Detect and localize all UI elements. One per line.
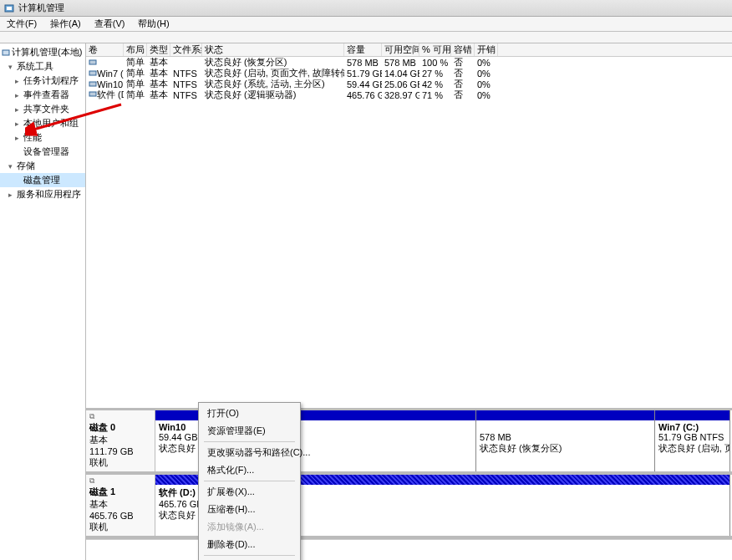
tree-label: 存储: [17, 160, 35, 172]
collapse-icon[interactable]: ▾: [8, 162, 15, 171]
tree-root-label: 计算机管理(本地): [12, 46, 82, 59]
main-area: 计算机管理(本地) ▾ 系统工具 ▸ 任务计划程序 ▸ 事件查看器 ▸ 共享文件…: [0, 43, 732, 560]
volume-icon: [89, 79, 97, 88]
tree-local-users[interactable]: ▸ 本地用户和组: [0, 116, 85, 130]
svg-rect-5: [89, 82, 96, 86]
menu-help[interactable]: 帮助(H): [133, 17, 174, 31]
titlebar: 计算机管理: [0, 0, 732, 17]
ctx-delete[interactable]: 删除卷(D)...: [201, 536, 298, 553]
tree-label: 本地用户和组: [23, 117, 79, 130]
disk-panels: ⧉磁盘 0基本111.79 GB联机Win1059.44 GB NTFS状态良好…: [86, 408, 732, 539]
tree-disk-management[interactable]: 磁盘管理: [0, 173, 85, 187]
context-menu: 打开(O) 资源管理器(E) 更改驱动器号和路径(C)... 格式化(F)...…: [198, 402, 301, 560]
col-fault[interactable]: 容错: [451, 43, 475, 56]
menu-action[interactable]: 操作(A): [45, 17, 86, 31]
tree-label: 性能: [23, 131, 42, 144]
partition[interactable]: 578 MB状态良好 (恢复分区): [476, 410, 655, 471]
ctx-shrink[interactable]: 压缩卷(H)...: [201, 501, 298, 518]
expand-icon[interactable]: ▸: [15, 91, 22, 99]
svg-rect-3: [89, 60, 96, 64]
volume-list: 简单基本状态良好 (恢复分区)578 MB578 MB100 %否0%Win7 …: [86, 57, 732, 100]
tree-label: 磁盘管理: [23, 174, 60, 186]
tree-label: 设备管理器: [23, 145, 69, 158]
tree-system-tools[interactable]: ▾ 系统工具: [0, 59, 85, 74]
volume-icon: [89, 58, 97, 66]
volume-row[interactable]: 软件 (D:)简单基本NTFS状态良好 (逻辑驱动器)465.76 GB328.…: [86, 89, 732, 100]
tree-label: 事件查看器: [23, 89, 69, 101]
tree-event-viewer[interactable]: ▸ 事件查看器: [0, 88, 85, 102]
tree-root[interactable]: 计算机管理(本地): [0, 45, 85, 59]
computer-icon: [2, 48, 10, 57]
collapse-icon[interactable]: ▾: [8, 63, 15, 71]
ctx-change-letter[interactable]: 更改驱动器号和路径(C)...: [201, 444, 298, 461]
disk-icon: ⧉: [89, 476, 151, 486]
separator: [204, 555, 295, 556]
ctx-format[interactable]: 格式化(F)...: [201, 461, 298, 479]
col-fs[interactable]: 文件系统: [170, 43, 202, 56]
expand-icon[interactable]: ▸: [15, 120, 22, 128]
col-pct[interactable]: % 可用: [419, 43, 451, 56]
nav-tree: 计算机管理(本地) ▾ 系统工具 ▸ 任务计划程序 ▸ 事件查看器 ▸ 共享文件…: [0, 43, 86, 560]
tree-storage[interactable]: ▾ 存储: [0, 159, 85, 173]
col-type[interactable]: 类型: [147, 43, 170, 56]
svg-rect-4: [89, 71, 96, 75]
ctx-explorer[interactable]: 资源管理器(E): [201, 422, 298, 440]
col-status[interactable]: 状态: [202, 43, 344, 56]
partition[interactable]: Win7 (C:)51.79 GB NTFS状态良好 (启动, 页面: [655, 410, 730, 471]
tree-task-scheduler[interactable]: ▸ 任务计划程序: [0, 74, 85, 88]
col-volume[interactable]: 卷: [86, 43, 124, 56]
right-pane: 卷 布局 类型 文件系统 状态 容量 可用空间 % 可用 容错 开销 简单基本状…: [86, 43, 732, 560]
volume-icon: [89, 89, 97, 98]
window-title: 计算机管理: [18, 2, 64, 14]
menu-file[interactable]: 文件(F): [2, 17, 42, 31]
volume-row[interactable]: 简单基本状态良好 (恢复分区)578 MB578 MB100 %否0%: [86, 57, 732, 68]
toolbar: [0, 32, 732, 43]
volume-header: 卷 布局 类型 文件系统 状态 容量 可用空间 % 可用 容错 开销: [86, 43, 732, 57]
disk-row: ⧉磁盘 0基本111.79 GB联机Win1059.44 GB NTFS状态良好…: [86, 410, 732, 475]
tree-label: 系统工具: [17, 60, 53, 73]
svg-rect-2: [3, 50, 9, 55]
expand-icon[interactable]: ▸: [15, 134, 22, 142]
app-icon: [3, 3, 15, 14]
partition-stripe: [655, 410, 729, 420]
legend-area: [86, 539, 732, 560]
disk-icon: ⧉: [89, 412, 151, 421]
ctx-open[interactable]: 打开(O): [201, 405, 298, 422]
col-capacity[interactable]: 容量: [344, 43, 382, 56]
volume-row[interactable]: Win10简单基本NTFS状态良好 (系统, 活动, 主分区)59.44 GB2…: [86, 79, 732, 89]
partition-stripe: [476, 410, 654, 420]
svg-rect-6: [89, 92, 96, 96]
separator: [204, 481, 295, 481]
svg-rect-1: [7, 7, 12, 10]
ctx-extend[interactable]: 扩展卷(X)...: [201, 483, 298, 501]
tree-shared-folders[interactable]: ▸ 共享文件夹: [0, 102, 85, 116]
tree-label: 服务和应用程序: [17, 188, 81, 201]
volume-icon: [89, 69, 97, 77]
col-overhead[interactable]: 开销: [475, 43, 498, 56]
col-layout[interactable]: 布局: [124, 43, 147, 56]
tree-services[interactable]: ▸ 服务和应用程序: [0, 187, 85, 201]
expand-icon[interactable]: ▸: [15, 77, 22, 85]
disk-row: ⧉磁盘 1基本465.76 GB联机软件 (D:)465.76 GB状态良好: [86, 475, 732, 539]
tree-performance[interactable]: ▸ 性能: [0, 130, 85, 145]
separator: [204, 441, 295, 442]
expand-icon[interactable]: ▸: [15, 105, 22, 114]
disk-label[interactable]: ⧉磁盘 1基本465.76 GB联机: [86, 475, 155, 536]
tree-label: 共享文件夹: [23, 103, 69, 115]
ctx-add-mirror: 添加镜像(A)...: [201, 518, 298, 536]
volume-row[interactable]: Win7 (C:)简单基本NTFS状态良好 (启动, 页面文件, 故障转储, 主…: [86, 68, 732, 79]
disk-label[interactable]: ⧉磁盘 0基本111.79 GB联机: [86, 410, 155, 471]
tree-label: 任务计划程序: [23, 74, 79, 87]
menu-view[interactable]: 查看(V): [89, 17, 130, 31]
col-free[interactable]: 可用空间: [382, 43, 419, 56]
menubar: 文件(F) 操作(A) 查看(V) 帮助(H): [0, 17, 732, 32]
tree-device-manager[interactable]: 设备管理器: [0, 145, 85, 159]
expand-icon[interactable]: ▸: [8, 191, 15, 199]
